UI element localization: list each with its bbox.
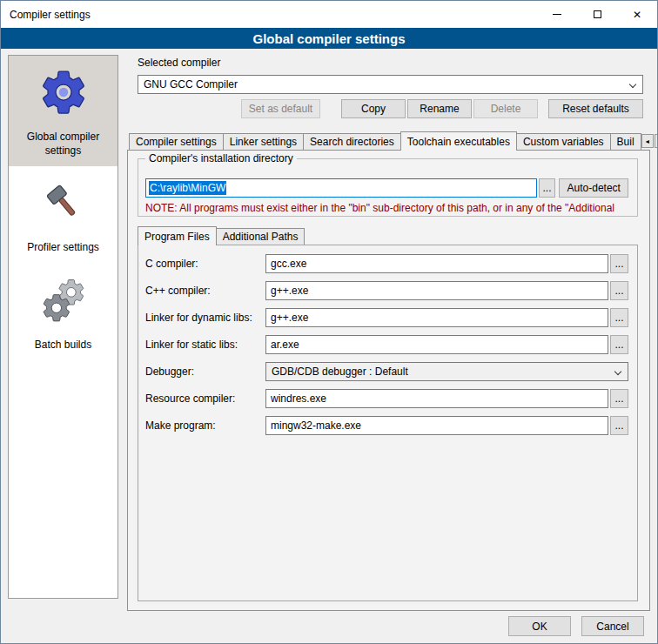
make-program-label: Make program:	[145, 419, 216, 432]
minimize-button[interactable]	[537, 1, 577, 28]
sidebar-item-global-compiler-settings[interactable]: Global compiler settings	[9, 56, 118, 166]
dialog-footer: OK Cancel	[508, 616, 644, 636]
arrow-left-icon: ◄	[644, 138, 650, 144]
resource-compiler-browse-button[interactable]: ...	[610, 389, 628, 408]
rename-button[interactable]: Rename	[407, 99, 472, 118]
debugger-select[interactable]: GDB/CDB debugger : Default	[265, 362, 628, 381]
delete-button[interactable]: Delete	[473, 99, 538, 118]
reset-defaults-button[interactable]: Reset defaults	[548, 99, 643, 118]
maximize-button[interactable]	[577, 1, 617, 28]
set-as-default-button[interactable]: Set as default	[241, 99, 320, 118]
selected-compiler-label: Selected compiler	[138, 57, 220, 69]
sidebar-item-label: Batch builds	[35, 339, 91, 352]
resource-compiler-label: Resource compiler:	[145, 392, 235, 405]
sidebar-item-profiler-settings[interactable]: Profiler settings	[9, 166, 118, 264]
c-compiler-input[interactable]	[265, 254, 608, 273]
c-compiler-browse-button[interactable]: ...	[610, 254, 628, 273]
cpp-compiler-browse-button[interactable]: ...	[610, 281, 628, 300]
titlebar: Compiler settings ✕	[1, 1, 657, 28]
dynamic-linker-label: Linker for dynamic libs:	[145, 312, 252, 324]
compiler-select-value: GNU GCC Compiler	[144, 78, 238, 91]
dialog-header-title: Global compiler settings	[252, 31, 405, 46]
cancel-button[interactable]: Cancel	[581, 616, 644, 636]
programs-note: NOTE: All programs must exist either in …	[145, 202, 635, 214]
resource-compiler-input[interactable]	[265, 389, 608, 408]
chevron-down-icon	[629, 81, 636, 88]
subtab-program-files[interactable]: Program Files	[138, 226, 217, 245]
static-linker-input[interactable]	[265, 335, 608, 354]
tab-search-directories[interactable]: Search directories	[303, 133, 401, 150]
copy-button[interactable]: Copy	[341, 99, 406, 118]
tab-build-options[interactable]: Buil	[610, 133, 641, 150]
hammer-icon	[37, 177, 90, 229]
form-row-resource-compiler: Resource compiler: ...	[138, 389, 637, 408]
tab-compiler-settings[interactable]: Compiler settings	[129, 133, 224, 150]
cpp-compiler-label: C++ compiler:	[145, 285, 211, 297]
sidebar-item-batch-builds[interactable]: Batch builds	[9, 264, 118, 361]
maximize-icon	[594, 10, 601, 18]
close-button[interactable]: ✕	[617, 1, 657, 28]
dialog-header: Global compiler settings	[1, 28, 657, 49]
installation-directory-value: C:\raylib\MinGW	[149, 181, 226, 195]
installation-directory-group-title: Compiler's installation directory	[145, 152, 297, 164]
debugger-label: Debugger:	[145, 366, 194, 378]
compiler-settings-window: Compiler settings ✕ Global compiler sett…	[0, 0, 658, 644]
tab-scroll-right-button[interactable]: ►	[655, 134, 658, 148]
browse-directory-button[interactable]: ...	[539, 178, 556, 198]
form-row-debugger: Debugger: GDB/CDB debugger : Default	[138, 362, 637, 381]
subtab-additional-paths[interactable]: Additional Paths	[216, 228, 306, 245]
make-program-input[interactable]	[265, 416, 608, 435]
tab-scroll-buttons: ◄ ►	[641, 134, 658, 148]
form-row-static-linker: Linker for static libs: ...	[138, 335, 637, 354]
main-panel: Selected compiler GNU GCC Compiler Set a…	[127, 55, 650, 613]
program-files-panel: C compiler: ... C++ compiler: ... Linker…	[138, 245, 638, 601]
debugger-select-value: GDB/CDB debugger : Default	[272, 366, 408, 378]
form-row-c-compiler: C compiler: ...	[138, 254, 637, 273]
window-title: Compiler settings	[10, 9, 91, 21]
dynamic-linker-input[interactable]	[265, 308, 608, 327]
compiler-actions: Set as default Copy Rename Delete Reset …	[138, 99, 643, 118]
settings-tabs: Compiler settings Linker settings Search…	[129, 131, 650, 150]
tab-linker-settings[interactable]: Linker settings	[223, 133, 304, 150]
installation-directory-row: C:\raylib\MinGW ... Auto-detect	[145, 178, 628, 198]
tab-custom-variables[interactable]: Custom variables	[516, 133, 611, 150]
chevron-down-icon	[614, 368, 621, 375]
installation-directory-input[interactable]: C:\raylib\MinGW	[145, 178, 537, 198]
cpp-compiler-input[interactable]	[265, 281, 608, 300]
toolchain-executables-panel: Compiler's installation directory C:\ray…	[127, 150, 650, 611]
tab-toolchain-executables[interactable]: Toolchain executables	[400, 131, 517, 151]
gear-icon	[37, 66, 90, 118]
settings-category-list: Global compiler settings Profiler settin…	[8, 55, 118, 599]
close-icon: ✕	[633, 10, 641, 20]
window-controls: ✕	[537, 1, 657, 28]
c-compiler-label: C compiler:	[145, 258, 198, 270]
compiler-select[interactable]: GNU GCC Compiler	[138, 75, 643, 94]
ok-button[interactable]: OK	[508, 616, 571, 636]
sidebar-item-label: Profiler settings	[27, 241, 99, 255]
static-linker-browse-button[interactable]: ...	[610, 335, 628, 354]
make-program-browse-button[interactable]: ...	[610, 416, 628, 435]
form-row-dynamic-linker: Linker for dynamic libs: ...	[138, 308, 637, 327]
gears-stack-icon	[37, 274, 90, 326]
sidebar-item-label: Global compiler settings	[10, 131, 116, 158]
tab-scroll-left-button[interactable]: ◄	[641, 134, 654, 148]
form-row-make-program: Make program: ...	[138, 416, 637, 435]
minimize-icon	[553, 14, 561, 15]
dynamic-linker-browse-button[interactable]: ...	[610, 308, 628, 327]
form-row-cpp-compiler: C++ compiler: ...	[138, 281, 637, 300]
static-linker-label: Linker for static libs:	[145, 339, 238, 351]
installation-directory-group: Compiler's installation directory C:\ray…	[138, 158, 638, 217]
toolchain-subtabs: Program Files Additional Paths	[138, 225, 304, 245]
auto-detect-button[interactable]: Auto-detect	[559, 178, 628, 198]
